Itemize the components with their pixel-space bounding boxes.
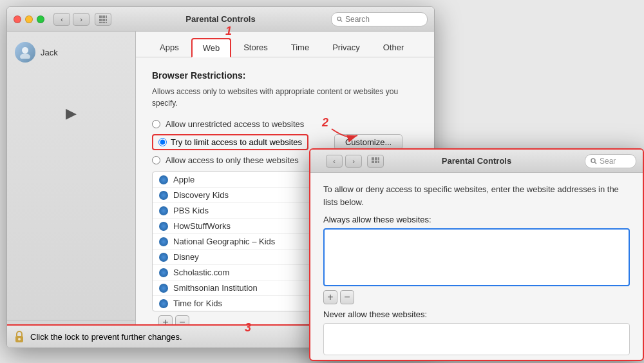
svg-rect-5 bbox=[106, 19, 107, 21]
svg-point-22 bbox=[591, 159, 595, 162]
website-discovery: Discovery Kids bbox=[173, 190, 229, 200]
lock-bar-text: Click the lock to prevent further change… bbox=[30, 332, 182, 342]
svg-point-9 bbox=[337, 17, 341, 20]
grid-button[interactable] bbox=[95, 13, 111, 26]
svg-point-14 bbox=[18, 338, 21, 340]
website-scholastic: Scholastic.com bbox=[173, 268, 229, 277]
second-window-title: Parental Controls bbox=[442, 156, 511, 166]
svg-rect-20 bbox=[375, 161, 377, 163]
sidebar: Jack ▶ + − ⚙ bbox=[7, 32, 136, 348]
tab-stores[interactable]: Stores bbox=[232, 38, 279, 57]
tab-other[interactable]: Other bbox=[372, 38, 415, 57]
svg-rect-3 bbox=[99, 19, 102, 21]
second-grid-button[interactable] bbox=[367, 155, 384, 168]
tab-web[interactable]: Web bbox=[191, 38, 232, 57]
globe-icon bbox=[159, 206, 168, 215]
svg-line-10 bbox=[341, 20, 342, 21]
svg-point-12 bbox=[20, 54, 30, 59]
second-content-area: To allow or deny access to specific webs… bbox=[310, 173, 643, 361]
cursor-indicator: ▶ bbox=[66, 105, 77, 122]
browser-restrictions-title: Browser Restrictions: bbox=[152, 70, 418, 81]
annotation-1: 1 bbox=[225, 25, 232, 38]
globe-icon bbox=[159, 237, 168, 246]
radio-limit-label: Try to limit access to adult websites bbox=[171, 137, 302, 147]
browser-restrictions-desc: Allows access only to websites with appr… bbox=[152, 86, 418, 109]
never-allow-box bbox=[323, 323, 630, 355]
always-add-button[interactable]: + bbox=[323, 290, 337, 304]
second-nav-buttons: ‹ › bbox=[326, 155, 362, 168]
svg-line-23 bbox=[595, 162, 597, 164]
second-search-placeholder: Sear bbox=[600, 157, 616, 166]
svg-rect-6 bbox=[99, 22, 102, 23]
svg-rect-7 bbox=[102, 22, 105, 23]
svg-rect-17 bbox=[375, 157, 377, 160]
annotation-2: 2 bbox=[322, 116, 328, 130]
main-titlebar: ‹ › Parental Controls bbox=[7, 7, 434, 32]
radio-only-input[interactable] bbox=[152, 156, 160, 164]
second-window: ‹ › Parental Controls Sear To allow or d… bbox=[309, 148, 644, 361]
search-input[interactable] bbox=[345, 15, 422, 24]
globe-icon bbox=[159, 191, 168, 200]
always-allow-label: Always allow these websites: bbox=[323, 215, 630, 224]
second-back-button[interactable]: ‹ bbox=[326, 155, 343, 168]
svg-rect-16 bbox=[372, 157, 374, 160]
sidebar-user-item[interactable]: Jack bbox=[7, 38, 135, 66]
website-apple: Apple bbox=[173, 175, 194, 184]
svg-rect-18 bbox=[378, 157, 379, 160]
tab-apps[interactable]: Apps bbox=[149, 38, 190, 57]
tab-privacy[interactable]: Privacy bbox=[321, 38, 371, 57]
svg-point-11 bbox=[22, 47, 28, 54]
radio-limit-input[interactable] bbox=[158, 138, 167, 146]
website-time: Time for Kids bbox=[173, 299, 222, 308]
always-allow-box bbox=[323, 228, 630, 286]
nav-buttons: ‹ › bbox=[53, 13, 90, 26]
tabs-bar: Apps Web Stores Time Privacy Other bbox=[136, 32, 434, 57]
svg-rect-21 bbox=[378, 161, 379, 163]
svg-rect-8 bbox=[106, 22, 107, 23]
website-pbs: PBS Kids bbox=[173, 206, 209, 215]
globe-icon bbox=[159, 268, 168, 277]
search-bar[interactable] bbox=[331, 12, 428, 26]
radio-unrestricted-label: Allow unrestricted access to websites bbox=[166, 119, 304, 129]
website-disney: Disney bbox=[173, 252, 199, 262]
globe-icon bbox=[159, 284, 168, 293]
radio-unrestricted-input[interactable] bbox=[152, 120, 160, 128]
globe-icon bbox=[159, 253, 168, 262]
svg-rect-4 bbox=[102, 19, 105, 21]
user-name: Jack bbox=[41, 48, 58, 57]
second-search-bar[interactable]: Sear bbox=[585, 154, 636, 168]
never-allow-label: Never allow these websites: bbox=[323, 309, 630, 319]
globe-icon bbox=[159, 299, 168, 308]
close-button[interactable] bbox=[14, 15, 21, 23]
avatar bbox=[15, 42, 35, 63]
svg-rect-1 bbox=[102, 15, 105, 18]
website-hsw: HowStuffWorks bbox=[173, 221, 231, 231]
search-icon bbox=[337, 16, 343, 23]
second-search-icon bbox=[591, 158, 597, 164]
radio-only-label: Allow access to only these websites bbox=[166, 155, 299, 165]
svg-rect-19 bbox=[372, 161, 374, 163]
window-title: Parental Controls bbox=[185, 14, 255, 24]
lock-icon[interactable] bbox=[14, 330, 25, 343]
traffic-lights bbox=[14, 15, 44, 23]
globe-icon bbox=[159, 175, 168, 184]
always-remove-button[interactable]: − bbox=[340, 290, 354, 304]
always-allow-controls: + − bbox=[323, 290, 630, 304]
second-window-desc: To allow or deny access to specific webs… bbox=[323, 183, 630, 208]
svg-rect-0 bbox=[99, 15, 102, 18]
tab-time[interactable]: Time bbox=[280, 38, 320, 57]
svg-rect-2 bbox=[106, 15, 107, 18]
selected-radio-box: Try to limit access to adult websites bbox=[152, 134, 308, 150]
forward-button[interactable]: › bbox=[73, 13, 90, 26]
website-smithsonian: Smithsonian Institution bbox=[173, 283, 258, 293]
radio-unrestricted[interactable]: Allow unrestricted access to websites bbox=[152, 119, 418, 129]
maximize-button[interactable] bbox=[37, 15, 44, 23]
second-forward-button[interactable]: › bbox=[345, 155, 362, 168]
annotation-3: 3 bbox=[245, 321, 251, 335]
globe-icon bbox=[159, 222, 168, 231]
minimize-button[interactable] bbox=[25, 15, 33, 23]
back-button[interactable]: ‹ bbox=[53, 13, 70, 26]
website-natgeo: National Geographic – Kids bbox=[173, 237, 275, 246]
second-titlebar: ‹ › Parental Controls Sear bbox=[310, 150, 643, 173]
